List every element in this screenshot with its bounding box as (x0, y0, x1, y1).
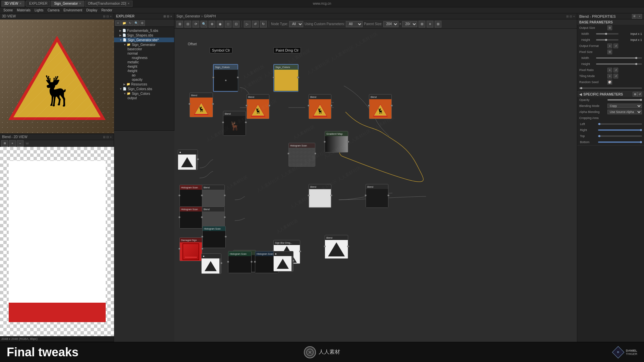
2d-zoom-out[interactable]: − (17, 140, 23, 147)
node-blend-noise2[interactable]: Blend (202, 206, 225, 229)
base-params-header[interactable]: BASE PARAMETERS (577, 19, 644, 25)
crop-bottom-slider[interactable] (598, 141, 642, 143)
specific-expand[interactable]: ⊞ (633, 92, 637, 97)
node-blend-3[interactable]: Blend 🦌 (309, 94, 331, 119)
tree-item-roughness[interactable]: roughness (114, 56, 174, 60)
tree-item-basecolor[interactable]: basecolor (114, 47, 174, 51)
pixel-size-btn[interactable]: ⛓ (607, 50, 612, 54)
menu-lights[interactable]: Lights (33, 7, 46, 13)
menu-render[interactable]: Render (99, 7, 114, 13)
tree-item-sign-colors-folder[interactable]: ▼ 📁 Sign_Colors (114, 91, 174, 96)
height-slider[interactable] (596, 39, 619, 41)
exp-settings[interactable]: ⚙ (140, 20, 145, 26)
tab-close-offset[interactable]: × (127, 2, 129, 5)
tree-item-ao[interactable]: ao (114, 73, 174, 77)
tree-item-sign-gen-folder[interactable]: ▼ 📁 Sign_Generator (114, 42, 174, 47)
random-seed-slider[interactable] (579, 87, 642, 89)
crop-top-slider[interactable] (598, 135, 642, 137)
graph-tool-9[interactable]: ▷ (244, 21, 251, 27)
exp-search[interactable]: 🔍 (133, 20, 139, 26)
tree-item-sign-generator[interactable]: ▼ 📄 Sign_Generator.sbs* (114, 38, 174, 42)
node-type-select[interactable]: All (289, 21, 303, 27)
node-paint-dmg-clr[interactable]: Sign_Colors (273, 64, 299, 92)
width-slider[interactable] (596, 33, 619, 35)
node-histogram-scan[interactable]: Histogram Scan (288, 143, 315, 167)
node-symbol-clr[interactable]: Sign_Colors ■ (213, 64, 238, 92)
node-histogram-scan-3[interactable]: Histogram Scan (179, 206, 203, 229)
pixel-ratio-reset[interactable]: ↺ (613, 68, 618, 72)
tree-item-output[interactable]: output (114, 96, 174, 100)
pixel-width-slider[interactable] (596, 57, 642, 59)
specific-params-header[interactable]: ◀ SPECIFIC PARAMETERS ⊞ ↺ (577, 92, 644, 97)
tab-sign-generator[interactable]: Sign_Generator × (51, 1, 84, 7)
node-triangle-mid[interactable]: ■ (273, 251, 293, 272)
graph-tool-1[interactable]: ⊞ (176, 21, 183, 27)
random-seed-btn[interactable]: 🎲 (607, 80, 612, 84)
node-gradient-map[interactable]: Gradient Map (325, 131, 348, 153)
tab-3d-view[interactable]: 3D VIEW × (1, 1, 24, 7)
exp-refresh[interactable]: ↻ (127, 20, 133, 26)
parent-size-select[interactable]: 2048 (383, 21, 398, 27)
specific-reset[interactable]: ↺ (637, 92, 642, 97)
graph-tool-10[interactable]: ↺ (252, 21, 259, 27)
graph-tool-6[interactable]: ◉ (217, 21, 223, 27)
tree-item-metallic[interactable]: metallic (114, 60, 174, 64)
node-blend-noise[interactable]: Blend (202, 185, 225, 207)
alpha-blending-select[interactable]: Use Source Alpha (607, 110, 642, 114)
tree-item-normal[interactable]: normal (114, 51, 174, 56)
tree-item-opacity[interactable]: opacity (114, 77, 174, 82)
node-blend-4[interactable]: Blend 🦌 (369, 94, 392, 119)
node-blend-dark2[interactable]: Blend (366, 184, 388, 208)
tree-item-sign-colors[interactable]: ▼ 📄 Sign_Colors.sbs (114, 86, 174, 91)
tree-item-fundamentals[interactable]: ▶ 📄 Fundamentals_5.sbs (114, 28, 174, 33)
tree-item-sign-shapes[interactable]: ▶ 📄 Sign_Shapes.sbs (114, 33, 174, 38)
graph-tool-5[interactable]: ⊕ (209, 21, 215, 27)
graph-tool-11[interactable]: ↻ (260, 21, 267, 27)
graph-tool-3[interactable]: ⟳ (193, 21, 199, 27)
tiling-mode-btn[interactable]: ≡ (607, 74, 612, 78)
blending-mode-select[interactable]: Copy Add Multiply Screen (607, 104, 642, 108)
graph-tool-8[interactable]: ⊡ (233, 21, 239, 27)
tab-close-sign[interactable]: × (79, 2, 81, 5)
graph-tool-2[interactable]: ⊟ (184, 21, 191, 27)
graph-tool-7[interactable]: □ (225, 21, 231, 27)
node-blend-triangle[interactable]: Blend (325, 235, 348, 259)
node-histogram-bottom[interactable]: Histogram Scan (228, 251, 252, 273)
parent-size-select2[interactable]: 2048 (402, 21, 417, 27)
output-format-btn[interactable]: ≡ (607, 44, 612, 48)
graph-tool-4[interactable]: 🔍 (201, 21, 207, 27)
exp-new[interactable]: + (115, 20, 121, 26)
2d-fit-btn[interactable]: ⊞ (1, 140, 8, 147)
prop-expand-btn[interactable]: ⊞ (632, 14, 637, 19)
output-format-reset[interactable]: ↺ (613, 44, 618, 48)
node-blend-white[interactable]: Blend (309, 184, 331, 208)
custom-params-select[interactable]: All (346, 21, 363, 27)
node-triangle-small[interactable]: ■ (178, 149, 198, 170)
view3d-canvas[interactable]: 🦌 (0, 19, 114, 133)
menu-materials[interactable]: Materials (15, 7, 33, 13)
menu-scene[interactable]: Scene (1, 7, 15, 13)
opacity-slider[interactable] (607, 99, 642, 101)
tree-item-height1[interactable]: height (114, 64, 174, 69)
tab-offset[interactable]: Offset[Transformation 2D] × (85, 1, 132, 7)
view2d-canvas[interactable] (0, 147, 114, 336)
node-blend-1[interactable]: Blend 🦌 (190, 93, 213, 117)
node-blend-2[interactable]: Blend 🦌 (247, 94, 269, 119)
menu-environment[interactable]: Environment (61, 7, 84, 13)
tab-close-3d[interactable]: × (19, 2, 21, 5)
menu-display[interactable]: Display (84, 7, 99, 13)
node-histogram-scan-4[interactable]: Histogram Scan (202, 226, 226, 248)
node-triangle-bottom[interactable]: ■ (201, 253, 221, 274)
exp-folder[interactable]: 📁 (121, 20, 127, 26)
pixel-ratio-btn[interactable]: ≡ (607, 68, 612, 72)
menu-camera[interactable]: Camera (46, 7, 62, 13)
crop-right-slider[interactable] (598, 129, 642, 131)
crop-left-slider[interactable] (598, 123, 642, 125)
tree-item-resources[interactable]: ▶ 📁 Resources (114, 82, 174, 86)
output-size-chain[interactable]: ⛓ (607, 25, 612, 30)
graph-expand-btn[interactable]: ⊞ (419, 21, 425, 27)
graph-list-btn[interactable]: ≡ (427, 21, 433, 27)
tiling-mode-reset[interactable]: ↺ (613, 74, 618, 78)
tree-item-height2[interactable]: height (114, 69, 174, 73)
graph-canvas[interactable]: Offset Symbol Clr Paint Dmg Clr (174, 29, 577, 342)
